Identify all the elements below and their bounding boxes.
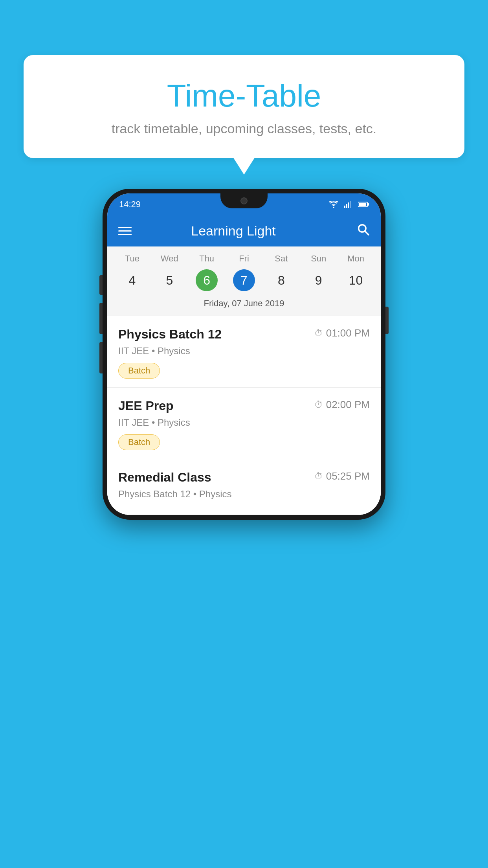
class-meta: IIT JEE • Physics — [118, 417, 370, 428]
app-title: Learning Light — [139, 223, 327, 239]
class-item-header: JEE Prep⏱ 02:00 PM — [118, 399, 370, 413]
svg-rect-5 — [350, 201, 351, 208]
app-bar: Learning Light — [107, 215, 381, 246]
phone-mockup: 14:29 — [103, 189, 385, 520]
hamburger-line-1 — [118, 227, 132, 228]
svg-point-1 — [333, 207, 334, 208]
day-col-sun[interactable]: Sun9 — [300, 254, 337, 291]
speech-bubble-container: Time-Table track timetable, upcoming cla… — [24, 55, 464, 158]
svg-marker-0 — [332, 204, 336, 206]
day-number: 7 — [233, 269, 255, 291]
day-col-sat[interactable]: Sat8 — [262, 254, 300, 291]
clock-icon: ⏱ — [314, 471, 323, 482]
date-label: Friday, 07 June 2019 — [107, 294, 381, 316]
volume-down-button — [99, 342, 103, 373]
bubble-subtitle: track timetable, upcoming classes, tests… — [43, 121, 445, 136]
class-name: Physics Batch 12 — [118, 327, 222, 342]
day-number: 10 — [345, 269, 367, 291]
day-number: 8 — [270, 269, 292, 291]
status-icons — [328, 201, 369, 208]
day-col-fri[interactable]: Fri7 — [226, 254, 263, 291]
day-number: 4 — [121, 269, 143, 291]
day-name: Thu — [199, 254, 214, 264]
class-name: JEE Prep — [118, 399, 174, 413]
class-time: ⏱ 05:25 PM — [314, 470, 370, 482]
day-col-thu[interactable]: Thu6 — [188, 254, 226, 291]
day-col-tue[interactable]: Tue4 — [114, 254, 151, 291]
calendar-header: Tue4Wed5Thu6Fri7Sat8Sun9Mon10 Friday, 07… — [107, 246, 381, 316]
svg-line-10 — [365, 231, 369, 235]
class-meta: Physics Batch 12 • Physics — [118, 489, 370, 500]
day-number: 6 — [196, 269, 218, 291]
class-item-0[interactable]: Physics Batch 12⏱ 01:00 PMIIT JEE • Phys… — [107, 316, 381, 388]
phone-outer: 14:29 — [103, 189, 385, 520]
mute-button — [99, 275, 103, 295]
day-name: Wed — [161, 254, 178, 264]
front-camera — [240, 197, 248, 204]
phone-notch — [220, 193, 268, 208]
day-col-mon[interactable]: Mon10 — [337, 254, 374, 291]
search-button[interactable] — [356, 223, 370, 239]
svg-rect-3 — [346, 204, 347, 208]
class-name: Remedial Class — [118, 470, 211, 485]
clock-icon: ⏱ — [314, 328, 323, 338]
wifi-icon — [328, 201, 339, 208]
hamburger-menu-button[interactable] — [118, 227, 132, 235]
day-name: Sat — [275, 254, 288, 264]
day-col-wed[interactable]: Wed5 — [151, 254, 188, 291]
bubble-title: Time-Table — [43, 79, 445, 113]
svg-rect-4 — [348, 202, 349, 208]
class-time: ⏱ 02:00 PM — [314, 399, 370, 411]
clock-icon: ⏱ — [314, 400, 323, 410]
day-number: 9 — [308, 269, 330, 291]
class-item-header: Physics Batch 12⏱ 01:00 PM — [118, 327, 370, 342]
class-time: ⏱ 01:00 PM — [314, 327, 370, 339]
signal-icon — [343, 201, 354, 208]
volume-up-button — [99, 303, 103, 334]
batch-tag: Batch — [118, 434, 160, 450]
days-row: Tue4Wed5Thu6Fri7Sat8Sun9Mon10 — [107, 246, 381, 294]
phone-screen: 14:29 — [107, 193, 381, 515]
hamburger-line-2 — [118, 230, 132, 232]
class-item-2[interactable]: Remedial Class⏱ 05:25 PMPhysics Batch 12… — [107, 459, 381, 515]
speech-bubble: Time-Table track timetable, upcoming cla… — [24, 55, 464, 158]
day-name: Fri — [239, 254, 249, 264]
svg-rect-7 — [359, 203, 366, 206]
batch-tag: Batch — [118, 363, 160, 379]
svg-rect-8 — [368, 203, 369, 206]
svg-rect-2 — [344, 206, 345, 208]
day-name: Mon — [347, 254, 364, 264]
day-name: Sun — [311, 254, 326, 264]
power-button — [385, 307, 389, 334]
status-bar: 14:29 — [107, 193, 381, 215]
hamburger-line-3 — [118, 234, 132, 235]
class-item-header: Remedial Class⏱ 05:25 PM — [118, 470, 370, 485]
status-time: 14:29 — [119, 199, 141, 210]
day-number: 5 — [158, 269, 180, 291]
class-list: Physics Batch 12⏱ 01:00 PMIIT JEE • Phys… — [107, 316, 381, 515]
battery-icon — [358, 201, 369, 208]
class-meta: IIT JEE • Physics — [118, 346, 370, 357]
day-name: Tue — [125, 254, 139, 264]
class-item-1[interactable]: JEE Prep⏱ 02:00 PMIIT JEE • PhysicsBatch — [107, 388, 381, 459]
